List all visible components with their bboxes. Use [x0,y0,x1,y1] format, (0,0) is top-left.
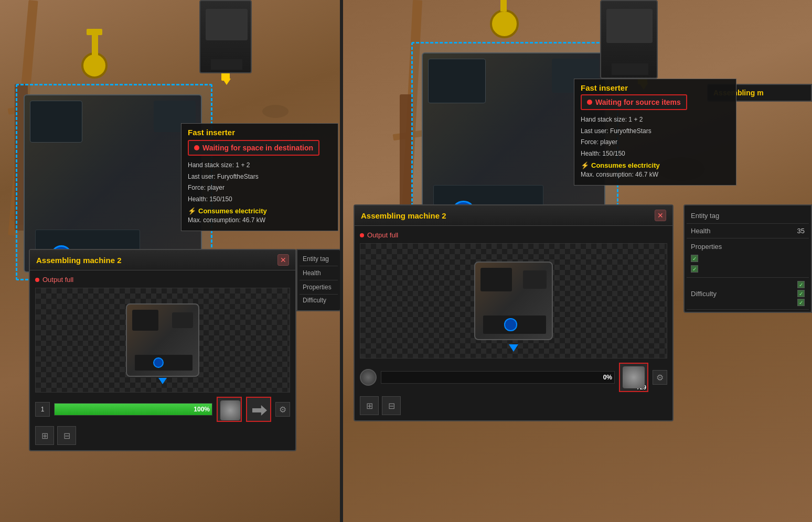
item-slot-canister-left[interactable]: 10 [217,397,242,422]
close-button-right[interactable]: ✕ [655,210,666,221]
health-tab-left[interactable]: Health [300,266,338,280]
left-game-area: Fast inserter Waiting for space in desti… [0,0,340,522]
properties-section-right: Properties ✓ ✓ [687,238,809,278]
health-left: Health: 150/150 [188,194,332,205]
yellow-connector-top-left [81,52,108,79]
status-text-right: Waiting for source items [595,98,681,106]
small-machine-top-left [199,0,252,73]
close-button-left[interactable]: ✕ [277,254,289,266]
electricity-right: ⚡ Consumes electricity [581,161,730,169]
item-slot-arrow-left[interactable] [246,397,271,422]
window-header-left: Assembling machine 2 ✕ [30,250,295,270]
assembling-window-right: Assembling machine 2 ✕ Output full [354,204,674,421]
drum-icon-right [360,369,377,386]
lightning-icon-right: ⚡ [581,161,589,169]
fast-inserter-tooltip-right: Fast inserter Waiting for source items H… [574,79,736,186]
status-dot-left [194,145,199,150]
machine-preview-left [35,288,290,393]
health-right: Health: 150/150 [581,148,730,160]
progress-section-left: 1 100% 10 ⚙ [35,397,290,422]
bottom-buttons-right: ⊞ ⊟ [360,396,667,415]
hand-stack-left: Hand stack size: 1 + 2 [188,160,332,171]
item-count-arrow-left [268,420,270,421]
fast-inserter-tooltip-left: Fast inserter Waiting for space in desti… [181,123,338,231]
screen-divider [340,0,343,522]
right-game-area: Fast inserter Waiting for source items H… [343,0,812,522]
max-consumption-left: Max. consumption: 46.7 kW [188,215,332,226]
force-left: Force: player [188,182,332,194]
side-panel-right: Entity tag Health 35 Properties ✓ ✓ Diff… [683,204,812,313]
screenshot-btn-right[interactable]: ⊞ [360,396,379,415]
output-dot-left [35,278,39,282]
grid-btn-left[interactable]: ⊟ [57,426,76,445]
electricity-left: ⚡ Consumes electricity [188,207,332,215]
craft-count-left: 1 [35,402,50,417]
difficulty-label-left: Difficulty [303,297,335,304]
health-value-right: 35 [797,227,805,235]
diff-checkbox-3[interactable]: ✓ [797,299,805,306]
properties-label-right: Properties [691,243,722,251]
yellow-connector-right [490,9,519,38]
checkbox-row-1: ✓ [691,253,805,264]
checkboxes-right: ✓ ✓ [691,253,805,274]
grid-btn-right[interactable]: ⊟ [382,396,401,415]
window-body-right: Output full 0% [355,226,672,420]
machine-icon-right [474,262,553,340]
machine-icon-left [126,303,199,377]
max-consumption-right: Max. consumption: 46.7 kW [581,169,730,181]
properties-tab-left[interactable]: Properties [300,280,338,295]
output-dot-right [360,233,364,237]
diff-checkbox-1[interactable]: ✓ [797,281,805,288]
screenshot-btn-left[interactable]: ⊞ [35,426,54,445]
gear-slot-right[interactable]: ⚙ [653,370,667,385]
checkbox-1[interactable]: ✓ [691,255,698,262]
force-right: Force: player [581,137,730,148]
progress-bar-right: 0% [381,371,615,384]
difficulty-section-left: Difficulty [300,295,338,308]
lightning-icon-left: ⚡ [188,207,196,215]
health-section-right: Health 35 [687,224,809,238]
output-status-left: Output full [35,276,290,284]
progress-text-left: 100% [194,406,210,413]
entity-tag-section-right: Entity tag [687,208,809,224]
tooltip-title-left: Fast inserter [188,128,332,137]
machine-preview-right [360,243,667,358]
entity-tag-tab-left[interactable]: Entity tag [300,252,338,266]
hand-stack-right: Hand stack size: 1 + 2 [581,114,730,126]
last-user-right: Last user: FuryoftheStars [581,126,730,137]
difficulty-label-right: Difficulty [691,290,717,298]
gear-slot-left[interactable]: ⚙ [275,402,290,417]
window-title-left: Assembling machine 2 [36,256,122,265]
difficulty-section-right: Difficulty ✓ ✓ ✓ [687,278,809,310]
entity-tag-label-right: Entity tag [691,212,719,220]
item-slot-canister-right[interactable]: 729 [619,363,648,392]
window-header-right: Assembling machine 2 ✕ [355,205,672,226]
progress-fill-left [55,404,212,415]
progress-bar-left: 100% [54,403,212,416]
health-label-right: Health [691,227,711,235]
tooltip-title-right: Fast inserter [581,83,730,92]
bottom-buttons-left: ⊞ ⊟ [35,426,290,445]
status-badge-left: Waiting for space in destination [188,140,319,156]
output-status-right: Output full [360,231,667,239]
side-panel-left: Entity tag Health Properties Difficulty [296,249,340,311]
status-badge-right: Waiting for source items [581,94,687,110]
progress-section-right: 0% 729 ⚙ [360,363,667,392]
difficulty-checkboxes: ✓ ✓ ✓ [797,281,805,306]
status-dot-right [587,100,592,105]
assembling-window-left: Assembling machine 2 ✕ Output full [29,249,296,451]
checkbox-row-2: ✓ [691,264,805,274]
diff-checkbox-2[interactable]: ✓ [797,290,805,297]
small-machine-top-right [600,0,658,79]
progress-text-right: 0% [603,374,612,381]
window-body-left: Output full 1 100% [30,270,295,450]
window-title-right: Assembling machine 2 [361,211,446,220]
checkbox-2[interactable]: ✓ [691,265,698,273]
last-user-left: Last user: FuryoftheStars [188,171,332,183]
status-text-left: Waiting for space in destination [202,144,313,152]
